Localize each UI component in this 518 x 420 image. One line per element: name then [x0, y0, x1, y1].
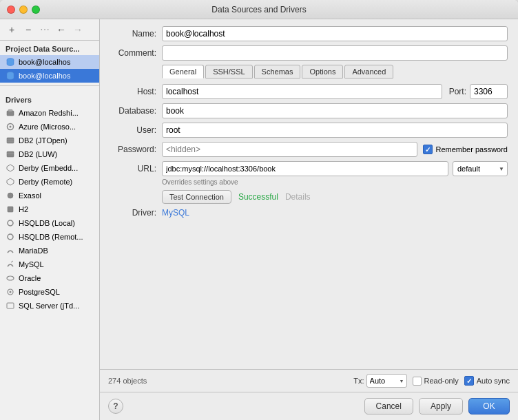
driver-item-postgresql[interactable]: PostgreSQL [0, 285, 99, 299]
back-button[interactable]: ← [54, 22, 69, 37]
database-row: Database: [110, 103, 508, 118]
project-datasources-label: Project Data Sourc... [0, 41, 99, 55]
driver-item-hsqldb-l[interactable]: HSQLDB (Local) [0, 216, 99, 230]
driver-icon-mariadb [6, 246, 15, 255]
driver-name-hsqldb-l: HSQLDB (Local) [19, 219, 75, 227]
tab-sshssl[interactable]: SSH/SSL [205, 65, 252, 78]
readonly-checkbox[interactable] [413, 377, 422, 386]
forward-button[interactable]: → [70, 22, 85, 37]
datasource-name-1: book@localhos [19, 58, 70, 66]
driver-icon-azure [6, 122, 15, 132]
driver-icon-db2-luw [6, 149, 15, 159]
test-connection-row: Test Connection Successful Details [162, 190, 508, 204]
apply-button[interactable]: Apply [419, 398, 463, 414]
svg-rect-20 [7, 303, 14, 308]
comment-row: Comment: [110, 45, 508, 61]
driver-icon-mysql [6, 260, 15, 269]
driver-item-azure[interactable]: Azure (Microso... [0, 120, 99, 134]
svg-point-16 [8, 234, 13, 240]
overrides-text: Overrides settings above [162, 178, 508, 186]
drivers-label: Drivers [0, 92, 99, 106]
tab-options[interactable]: Options [302, 65, 343, 78]
footer-buttons: Cancel Apply OK [364, 398, 510, 414]
driver-item-mariadb[interactable]: MariaDB [0, 244, 99, 258]
cancel-button[interactable]: Cancel [364, 398, 413, 414]
driver-name-mysql: MySQL [19, 260, 44, 269]
driver-item-hsqldb-r[interactable]: HSQLDB (Remot... [0, 230, 99, 244]
close-button[interactable] [7, 6, 15, 14]
driver-item-db2-jt[interactable]: DB2 (JTOpen) [0, 134, 99, 147]
user-label: User: [110, 125, 162, 135]
driver-item-oracle[interactable]: Oracle [0, 271, 99, 285]
tx-select[interactable]: Auto Manual [366, 374, 407, 388]
remove-datasource-button[interactable]: − [21, 22, 36, 37]
tab-advanced[interactable]: Advanced [344, 65, 393, 78]
main-content: + − ⋯ ← → Project Data Sourc... book@loc… [0, 19, 518, 420]
test-status-details[interactable]: Details [285, 192, 311, 202]
host-input[interactable] [162, 84, 442, 99]
password-row: Password: Remember password [110, 142, 508, 157]
tab-schemas[interactable]: Schemas [254, 65, 301, 78]
driver-item-exasol[interactable]: Exasol [0, 189, 99, 202]
svg-point-13 [8, 193, 13, 198]
driver-name-mariadb: MariaDB [19, 246, 48, 255]
driver-icon-amazon [6, 108, 15, 118]
name-input[interactable] [162, 26, 508, 41]
driver-item-derby-r[interactable]: Derby (Remote) [0, 175, 99, 189]
driver-name-db2-jt: DB2 (JTOpen) [19, 136, 68, 145]
driver-item-db2-luw[interactable]: DB2 (LUW) [0, 147, 99, 161]
minimize-button[interactable] [19, 6, 28, 14]
svg-point-17 [7, 276, 14, 280]
comment-input[interactable] [162, 45, 508, 61]
port-input[interactable] [470, 84, 508, 99]
comment-label: Comment: [110, 48, 162, 58]
autosync-label: Auto sync [477, 377, 510, 385]
driver-item-amazon[interactable]: Amazon Redshi... [0, 106, 99, 120]
autosync-group: Auto sync [464, 376, 510, 386]
url-input[interactable] [162, 161, 448, 176]
driver-name-azure: Azure (Microso... [19, 123, 76, 131]
datasource-item-2[interactable]: book@localhos [0, 69, 99, 83]
help-button[interactable]: ? [108, 399, 123, 414]
datasource-icon-2 [6, 71, 15, 81]
datasource-item-1[interactable]: book@localhos [0, 55, 99, 69]
remember-password-checkbox[interactable] [423, 145, 433, 154]
driver-name-exasol: Exasol [19, 191, 41, 200]
ok-button[interactable]: OK [468, 398, 510, 414]
tx-group: Tx: Auto Manual [353, 374, 406, 388]
driver-item-mysql[interactable]: MySQL [0, 258, 99, 271]
titlebar-buttons [7, 6, 40, 14]
driver-item-h2[interactable]: H2 [0, 202, 99, 216]
tab-general[interactable]: General [162, 65, 204, 78]
svg-rect-9 [7, 151, 14, 157]
driver-icon-sqlserver [6, 301, 15, 311]
driver-item-sqlserver[interactable]: SQL Server (jTd... [0, 299, 99, 313]
more-options-button[interactable]: ⋯ [37, 22, 52, 37]
svg-point-15 [8, 220, 13, 226]
driver-item-derby-e[interactable]: Derby (Embedd... [0, 161, 99, 175]
driver-icon-derby-r [6, 177, 15, 187]
svg-marker-11 [7, 165, 14, 171]
driver-link[interactable]: MySQL [162, 208, 189, 218]
svg-rect-6 [7, 138, 14, 143]
add-datasource-button[interactable]: + [4, 22, 19, 37]
driver-name-amazon: Amazon Redshi... [19, 109, 79, 117]
user-input[interactable] [162, 123, 508, 138]
database-label: Database: [110, 106, 162, 116]
database-input[interactable] [162, 103, 508, 118]
autosync-checkbox[interactable] [464, 376, 474, 386]
url-label: URL: [110, 164, 162, 174]
password-input[interactable] [162, 142, 417, 157]
tx-select-wrapper: Auto Manual [366, 374, 407, 388]
driver-icon-postgresql [6, 287, 15, 297]
driver-icon-hsqldb-r [6, 232, 15, 242]
driver-label: Driver: [110, 208, 162, 218]
readonly-group: Read-only [413, 377, 459, 386]
test-connection-button[interactable]: Test Connection [162, 190, 231, 204]
driver-icon-oracle [6, 273, 15, 283]
datasource-icon-1 [6, 57, 15, 67]
window-title: Data Sources and Drivers [211, 5, 306, 14]
driver-name-h2: H2 [19, 205, 28, 213]
url-scheme-select[interactable]: default custom [453, 161, 508, 176]
maximize-button[interactable] [32, 6, 40, 14]
